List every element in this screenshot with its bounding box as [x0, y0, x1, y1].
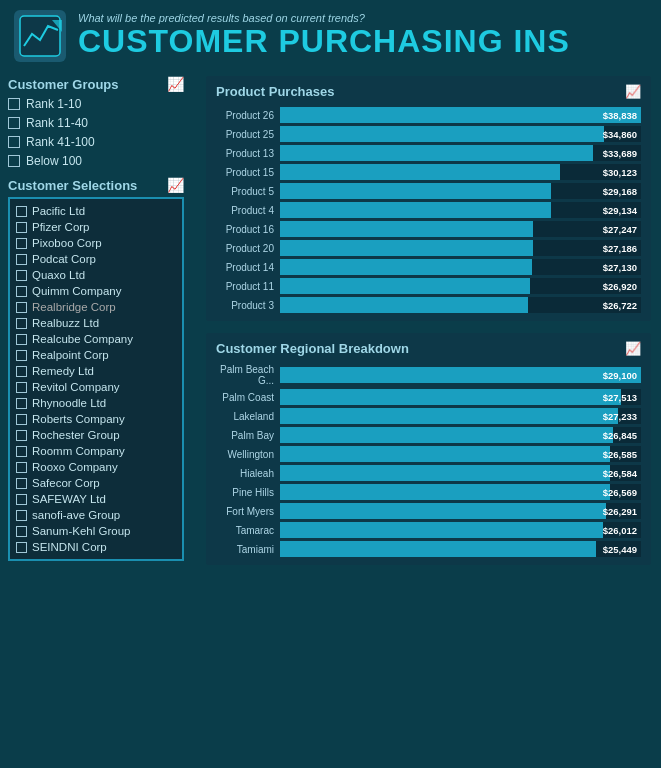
bar-value: $26,845	[603, 430, 637, 441]
bar-value: $26,920	[603, 281, 637, 292]
list-item[interactable]: Remedy Ltd	[12, 363, 180, 379]
customer-group-item[interactable]: Rank 11-40	[8, 115, 184, 131]
bar-row: Palm Beach G... $29,100	[216, 364, 641, 386]
bar-label: Product 26	[216, 110, 274, 121]
bar-value: $33,689	[603, 148, 637, 159]
list-item[interactable]: Quimm Company	[12, 283, 180, 299]
selections-container[interactable]: Pacific LtdPfizer CorpPixoboo CorpPodcat…	[8, 197, 184, 561]
bar-row: Palm Bay $26,845	[216, 427, 641, 443]
list-item[interactable]: Roberts Company	[12, 411, 180, 427]
bar-fill	[280, 126, 604, 142]
bar-label: Palm Coast	[216, 392, 274, 403]
checkbox	[16, 318, 27, 329]
bar-fill	[280, 259, 532, 275]
right-panel: Product Purchases 📈 Product 26 $38,838 P…	[192, 68, 661, 758]
list-item[interactable]: Rhynoodle Ltd	[12, 395, 180, 411]
product-purchases-icon: 📈	[625, 84, 641, 99]
list-item[interactable]: Pixoboo Corp	[12, 235, 180, 251]
list-item[interactable]: Realbuzz Ltd	[12, 315, 180, 331]
bar-track: $26,012	[280, 522, 641, 538]
bar-label: Product 5	[216, 186, 274, 197]
bar-value: $30,123	[603, 167, 637, 178]
bar-value: $27,233	[603, 411, 637, 422]
list-item[interactable]: SEINDNI Corp	[12, 539, 180, 555]
list-item-label: Realbridge Corp	[32, 301, 116, 313]
list-item[interactable]: Realbridge Corp	[12, 299, 180, 315]
list-item[interactable]: sanofi-ave Group	[12, 507, 180, 523]
bar-track: $29,100	[280, 367, 641, 383]
list-item-label: Pixoboo Corp	[32, 237, 102, 249]
list-item[interactable]: Revitol Company	[12, 379, 180, 395]
bar-label: Pine Hills	[216, 487, 274, 498]
list-item[interactable]: Pacific Ltd	[12, 203, 180, 219]
list-item[interactable]: Pfizer Corp	[12, 219, 180, 235]
list-item[interactable]: SAFEWAY Ltd	[12, 491, 180, 507]
bar-value: $26,012	[603, 525, 637, 536]
bar-track: $26,585	[280, 446, 641, 462]
customer-group-item[interactable]: Rank 41-100	[8, 134, 184, 150]
checkbox	[16, 446, 27, 457]
list-item[interactable]: Sanum-Kehl Group	[12, 523, 180, 539]
header-text: What will be the predicted results based…	[78, 12, 570, 59]
list-item[interactable]: Realpoint Corp	[12, 347, 180, 363]
list-item-label: Rochester Group	[32, 429, 120, 441]
bar-row: Tamarac $26,012	[216, 522, 641, 538]
bar-value: $34,860	[603, 129, 637, 140]
customer-groups-list: Rank 1-10Rank 11-40Rank 41-100Below 100	[8, 96, 184, 169]
bar-fill	[280, 503, 606, 519]
list-item-label: sanofi-ave Group	[32, 509, 120, 521]
bar-track: $26,920	[280, 278, 641, 294]
list-item-label: Rooxo Company	[32, 461, 118, 473]
checkbox	[16, 542, 27, 553]
bar-value: $29,134	[603, 205, 637, 216]
list-item[interactable]: Roomm Company	[12, 443, 180, 459]
bar-fill	[280, 107, 641, 123]
bar-track: $27,233	[280, 408, 641, 424]
checkbox	[16, 222, 27, 233]
list-item-label: Roomm Company	[32, 445, 125, 457]
bar-fill	[280, 446, 610, 462]
bar-row: Product 5 $29,168	[216, 183, 641, 199]
list-item[interactable]: Safecor Corp	[12, 475, 180, 491]
bar-fill	[280, 164, 560, 180]
bar-track: $27,130	[280, 259, 641, 275]
bar-row: Product 3 $26,722	[216, 297, 641, 313]
checkbox	[16, 478, 27, 489]
bar-label: Wellington	[216, 449, 274, 460]
product-purchases-title: Product Purchases 📈	[216, 84, 641, 99]
bar-row: Product 25 $34,860	[216, 126, 641, 142]
regional-breakdown-section: Customer Regional Breakdown 📈 Palm Beach…	[206, 333, 651, 565]
list-item[interactable]: Rochester Group	[12, 427, 180, 443]
bar-fill	[280, 465, 610, 481]
selections-list: Pacific LtdPfizer CorpPixoboo CorpPodcat…	[12, 203, 180, 555]
customer-group-item[interactable]: Below 100	[8, 153, 184, 169]
checkbox	[16, 510, 27, 521]
bar-value: $26,722	[603, 300, 637, 311]
regional-breakdown-chart: Palm Beach G... $29,100 Palm Coast $27,5…	[216, 364, 641, 557]
bar-label: Product 13	[216, 148, 274, 159]
checkbox-label: Rank 41-100	[26, 135, 95, 149]
checkbox	[16, 254, 27, 265]
list-item-label: Remedy Ltd	[32, 365, 94, 377]
bar-track: $25,449	[280, 541, 641, 557]
bar-fill	[280, 522, 603, 538]
list-item[interactable]: Rooxo Company	[12, 459, 180, 475]
bar-value: $26,569	[603, 487, 637, 498]
bar-label: Product 4	[216, 205, 274, 216]
bar-fill	[280, 221, 533, 237]
bar-value: $26,291	[603, 506, 637, 517]
customer-selections-title: Customer Selections 📈	[8, 177, 184, 193]
bar-value: $29,100	[603, 370, 637, 381]
bar-value: $27,513	[603, 392, 637, 403]
list-item[interactable]: Podcat Corp	[12, 251, 180, 267]
list-item[interactable]: Realcube Company	[12, 331, 180, 347]
list-item-label: Realpoint Corp	[32, 349, 109, 361]
bar-label: Product 14	[216, 262, 274, 273]
bar-value: $38,838	[603, 110, 637, 121]
list-item[interactable]: Quaxo Ltd	[12, 267, 180, 283]
bar-fill	[280, 297, 528, 313]
bar-row: Product 13 $33,689	[216, 145, 641, 161]
checkbox	[16, 526, 27, 537]
list-item-label: Quaxo Ltd	[32, 269, 85, 281]
customer-group-item[interactable]: Rank 1-10	[8, 96, 184, 112]
